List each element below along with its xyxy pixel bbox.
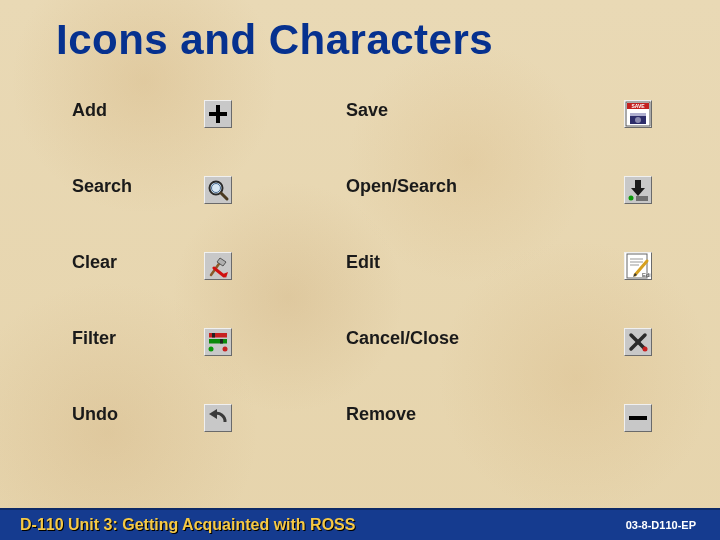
svg-point-7 xyxy=(635,117,641,123)
footer-bar: D-110 Unit 3: Getting Acquainted with RO… xyxy=(0,508,720,540)
slide: Icons and Characters Add Save xyxy=(0,0,720,540)
icon-row: Clear Edit xyxy=(72,252,682,328)
icon-row: Filter Cancel/Close xyxy=(72,328,682,404)
svg-text:Edit: Edit xyxy=(642,272,651,278)
open-search-icon xyxy=(624,176,652,204)
label-filter: Filter xyxy=(72,328,204,349)
svg-marker-12 xyxy=(631,188,645,196)
svg-point-31 xyxy=(223,347,228,352)
icon-row: Search Open/Search xyxy=(72,176,682,252)
footer-slide-code: 03-8-D110-EP xyxy=(626,519,720,531)
svg-point-13 xyxy=(629,196,634,201)
slide-title: Icons and Characters xyxy=(56,16,493,64)
edit-icon: Edit xyxy=(624,252,652,280)
svg-line-10 xyxy=(221,193,227,199)
svg-point-30 xyxy=(209,347,214,352)
svg-rect-14 xyxy=(636,196,648,201)
filter-icon xyxy=(204,328,232,356)
svg-point-34 xyxy=(643,347,648,352)
undo-icon xyxy=(204,404,232,432)
clear-icon xyxy=(204,252,232,280)
svg-rect-28 xyxy=(212,333,215,338)
label-clear: Clear xyxy=(72,252,204,273)
save-icon: SAVE xyxy=(624,100,652,128)
label-remove: Remove xyxy=(346,404,624,425)
label-add: Add xyxy=(72,100,204,121)
label-search: Search xyxy=(72,176,204,197)
label-cancel-close: Cancel/Close xyxy=(346,328,624,349)
svg-rect-11 xyxy=(635,180,641,188)
svg-line-17 xyxy=(214,268,224,276)
add-icon xyxy=(204,100,232,128)
label-open-search: Open/Search xyxy=(346,176,624,197)
icon-row: Add Save SAVE xyxy=(72,100,682,176)
svg-marker-35 xyxy=(209,409,217,419)
search-icon xyxy=(204,176,232,204)
footer-unit-label: D-110 Unit 3: Getting Acquainted with RO… xyxy=(0,516,626,534)
label-save: Save xyxy=(346,100,624,121)
label-undo: Undo xyxy=(72,404,204,425)
svg-rect-36 xyxy=(629,416,647,420)
remove-icon xyxy=(624,404,652,432)
icon-row: Undo Remove xyxy=(72,404,682,472)
label-edit: Edit xyxy=(346,252,624,273)
svg-rect-26 xyxy=(209,333,227,338)
cancel-close-icon xyxy=(624,328,652,356)
svg-rect-29 xyxy=(220,339,223,344)
icon-grid: Add Save SAVE xyxy=(72,100,682,472)
svg-text:SAVE: SAVE xyxy=(631,103,645,109)
svg-rect-1 xyxy=(209,112,227,116)
svg-rect-27 xyxy=(209,339,227,344)
svg-rect-6 xyxy=(630,113,646,116)
